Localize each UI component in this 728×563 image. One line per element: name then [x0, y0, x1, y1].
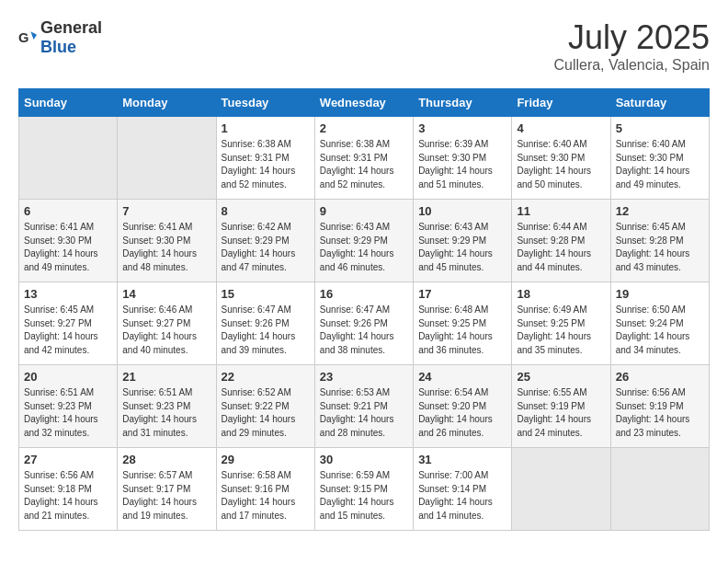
- day-info: Sunrise: 6:38 AMSunset: 9:31 PMDaylight:…: [222, 138, 310, 191]
- calendar-cell: 17Sunrise: 6:48 AMSunset: 9:25 PMDayligh…: [414, 282, 512, 365]
- day-number: 10: [418, 204, 506, 218]
- day-info: Sunrise: 6:53 AMSunset: 9:21 PMDaylight:…: [320, 386, 408, 440]
- day-info: Sunrise: 6:59 AMSunset: 9:15 PMDaylight:…: [320, 469, 408, 523]
- calendar-cell: 16Sunrise: 6:47 AMSunset: 9:26 PMDayligh…: [314, 282, 413, 365]
- calendar-cell: 24Sunrise: 6:54 AMSunset: 9:20 PMDayligh…: [414, 365, 512, 448]
- day-number: 26: [616, 370, 704, 384]
- day-info: Sunrise: 6:57 AMSunset: 9:17 PMDaylight:…: [122, 469, 210, 523]
- day-number: 28: [122, 453, 210, 466]
- calendar-cell: 3Sunrise: 6:39 AMSunset: 9:30 PMDaylight…: [414, 117, 512, 200]
- logo-general: General: [40, 18, 102, 37]
- day-info: Sunrise: 6:40 AMSunset: 9:30 PMDaylight:…: [616, 138, 704, 191]
- day-info: Sunrise: 6:48 AMSunset: 9:25 PMDaylight:…: [418, 304, 506, 357]
- header: G General Blue July 2025 Cullera, Valenc…: [18, 18, 710, 74]
- day-number: 12: [616, 204, 704, 218]
- day-info: Sunrise: 6:54 AMSunset: 9:20 PMDaylight:…: [418, 386, 506, 440]
- day-number: 1: [222, 121, 310, 135]
- logo: G General Blue: [18, 18, 102, 57]
- calendar-cell: 26Sunrise: 6:56 AMSunset: 9:19 PMDayligh…: [610, 365, 709, 448]
- day-number: 16: [320, 287, 408, 301]
- weekday-header: Monday: [118, 89, 216, 117]
- calendar-cell: 15Sunrise: 6:47 AMSunset: 9:26 PMDayligh…: [216, 282, 314, 365]
- day-number: 4: [517, 121, 605, 135]
- calendar-week-row: 13Sunrise: 6:45 AMSunset: 9:27 PMDayligh…: [19, 282, 710, 365]
- day-number: 11: [517, 204, 605, 218]
- day-info: Sunrise: 6:45 AMSunset: 9:27 PMDaylight:…: [24, 304, 112, 357]
- calendar-cell: 9Sunrise: 6:43 AMSunset: 9:29 PMDaylight…: [314, 200, 413, 282]
- day-info: Sunrise: 6:51 AMSunset: 9:23 PMDaylight:…: [24, 386, 112, 440]
- logo-text: General Blue: [40, 18, 102, 57]
- day-info: Sunrise: 6:58 AMSunset: 9:16 PMDaylight:…: [222, 469, 310, 523]
- calendar-cell: 14Sunrise: 6:46 AMSunset: 9:27 PMDayligh…: [118, 282, 216, 365]
- calendar-body: 1Sunrise: 6:38 AMSunset: 9:31 PMDaylight…: [19, 117, 710, 531]
- day-number: 18: [517, 287, 605, 301]
- calendar-cell: 2Sunrise: 6:38 AMSunset: 9:31 PMDaylight…: [314, 117, 413, 200]
- day-info: Sunrise: 6:43 AMSunset: 9:29 PMDaylight:…: [418, 221, 506, 274]
- calendar-cell: 28Sunrise: 6:57 AMSunset: 9:17 PMDayligh…: [118, 448, 216, 531]
- day-info: Sunrise: 6:38 AMSunset: 9:31 PMDaylight:…: [320, 138, 408, 191]
- calendar-cell: 30Sunrise: 6:59 AMSunset: 9:15 PMDayligh…: [314, 448, 413, 531]
- weekday-header: Saturday: [610, 89, 709, 117]
- day-number: 14: [122, 287, 210, 301]
- day-number: 25: [517, 370, 605, 384]
- day-number: 30: [320, 453, 408, 466]
- calendar-cell: 1Sunrise: 6:38 AMSunset: 9:31 PMDaylight…: [216, 117, 314, 200]
- weekday-header: Sunday: [19, 89, 118, 117]
- calendar-cell: 6Sunrise: 6:41 AMSunset: 9:30 PMDaylight…: [19, 200, 118, 282]
- calendar-week-row: 20Sunrise: 6:51 AMSunset: 9:23 PMDayligh…: [19, 365, 710, 448]
- location-title: Cullera, Valencia, Spain: [553, 57, 710, 74]
- weekday-header: Thursday: [414, 89, 512, 117]
- calendar-header-row: SundayMondayTuesdayWednesdayThursdayFrid…: [19, 89, 710, 117]
- calendar-cell: [610, 448, 709, 531]
- day-info: Sunrise: 7:00 AMSunset: 9:14 PMDaylight:…: [418, 469, 506, 523]
- day-info: Sunrise: 6:47 AMSunset: 9:26 PMDaylight:…: [320, 304, 408, 357]
- calendar-cell: [19, 117, 118, 200]
- calendar-cell: 18Sunrise: 6:49 AMSunset: 9:25 PMDayligh…: [512, 282, 610, 365]
- calendar-week-row: 27Sunrise: 6:56 AMSunset: 9:18 PMDayligh…: [19, 448, 710, 531]
- calendar-cell: [512, 448, 610, 531]
- calendar-cell: 5Sunrise: 6:40 AMSunset: 9:30 PMDaylight…: [610, 117, 709, 200]
- day-info: Sunrise: 6:49 AMSunset: 9:25 PMDaylight:…: [517, 304, 605, 357]
- day-info: Sunrise: 6:50 AMSunset: 9:24 PMDaylight:…: [616, 304, 704, 357]
- calendar-cell: [118, 117, 216, 200]
- calendar-cell: 23Sunrise: 6:53 AMSunset: 9:21 PMDayligh…: [314, 365, 413, 448]
- day-info: Sunrise: 6:56 AMSunset: 9:18 PMDaylight:…: [24, 469, 112, 523]
- day-number: 21: [122, 370, 210, 384]
- day-info: Sunrise: 6:55 AMSunset: 9:19 PMDaylight:…: [517, 386, 605, 440]
- day-number: 7: [122, 204, 210, 218]
- day-info: Sunrise: 6:41 AMSunset: 9:30 PMDaylight:…: [24, 221, 112, 274]
- day-info: Sunrise: 6:56 AMSunset: 9:19 PMDaylight:…: [616, 386, 704, 440]
- svg-text:G: G: [18, 30, 28, 45]
- day-number: 31: [418, 453, 506, 466]
- day-number: 19: [616, 287, 704, 301]
- calendar-cell: 25Sunrise: 6:55 AMSunset: 9:19 PMDayligh…: [512, 365, 610, 448]
- day-info: Sunrise: 6:47 AMSunset: 9:26 PMDaylight:…: [222, 304, 310, 357]
- calendar-table: SundayMondayTuesdayWednesdayThursdayFrid…: [18, 88, 710, 531]
- calendar-cell: 31Sunrise: 7:00 AMSunset: 9:14 PMDayligh…: [414, 448, 512, 531]
- day-number: 2: [320, 121, 408, 135]
- month-title: July 2025: [553, 18, 710, 57]
- calendar-week-row: 1Sunrise: 6:38 AMSunset: 9:31 PMDaylight…: [19, 117, 710, 200]
- day-number: 9: [320, 204, 408, 218]
- calendar-cell: 13Sunrise: 6:45 AMSunset: 9:27 PMDayligh…: [19, 282, 118, 365]
- day-number: 5: [616, 121, 704, 135]
- day-number: 13: [24, 287, 112, 301]
- day-number: 29: [222, 453, 310, 466]
- calendar-week-row: 6Sunrise: 6:41 AMSunset: 9:30 PMDaylight…: [19, 200, 710, 282]
- calendar-cell: 8Sunrise: 6:42 AMSunset: 9:29 PMDaylight…: [216, 200, 314, 282]
- calendar-cell: 4Sunrise: 6:40 AMSunset: 9:30 PMDaylight…: [512, 117, 610, 200]
- weekday-header: Tuesday: [216, 89, 314, 117]
- day-info: Sunrise: 6:42 AMSunset: 9:29 PMDaylight:…: [222, 221, 310, 274]
- logo-icon: G: [18, 29, 37, 47]
- calendar-cell: 29Sunrise: 6:58 AMSunset: 9:16 PMDayligh…: [216, 448, 314, 531]
- calendar-cell: 20Sunrise: 6:51 AMSunset: 9:23 PMDayligh…: [19, 365, 118, 448]
- day-number: 3: [418, 121, 506, 135]
- day-info: Sunrise: 6:44 AMSunset: 9:28 PMDaylight:…: [517, 221, 605, 274]
- calendar-cell: 19Sunrise: 6:50 AMSunset: 9:24 PMDayligh…: [610, 282, 709, 365]
- weekday-header: Friday: [512, 89, 610, 117]
- calendar-cell: 7Sunrise: 6:41 AMSunset: 9:30 PMDaylight…: [118, 200, 216, 282]
- calendar-cell: 21Sunrise: 6:51 AMSunset: 9:23 PMDayligh…: [118, 365, 216, 448]
- day-info: Sunrise: 6:41 AMSunset: 9:30 PMDaylight:…: [122, 221, 210, 274]
- day-info: Sunrise: 6:43 AMSunset: 9:29 PMDaylight:…: [320, 221, 408, 274]
- day-number: 17: [418, 287, 506, 301]
